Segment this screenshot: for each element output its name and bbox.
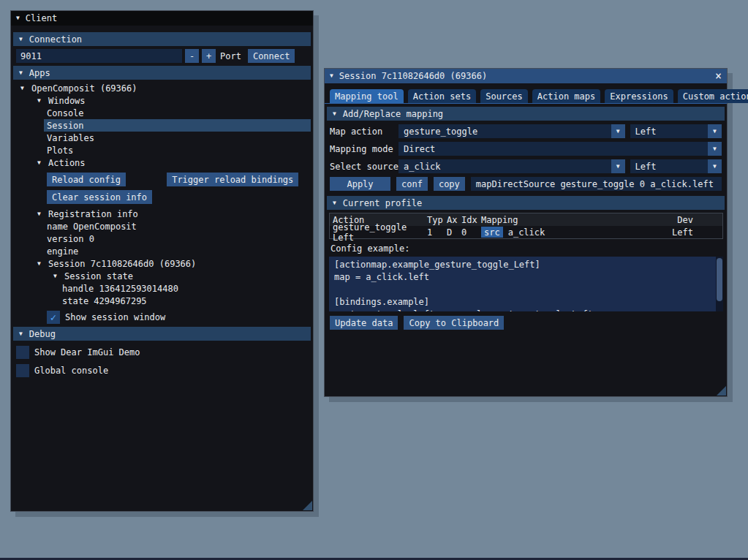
collapse-arrow-icon: ▼: [19, 70, 23, 76]
connection-header[interactable]: ▼ Connection: [13, 32, 311, 46]
tree-item-reg-name: name OpenComposit: [11, 220, 313, 232]
clear-session-info-button[interactable]: Clear session info: [47, 190, 152, 204]
mapping-mode-label: Mapping mode: [330, 144, 398, 154]
tree-expand-icon[interactable]: ▼: [37, 211, 48, 217]
port-increment-button[interactable]: +: [202, 49, 216, 63]
map-action-label: Map action: [330, 126, 398, 137]
tab-custom-actions[interactable]: Custom actions: [678, 89, 748, 103]
show-session-window-label: Show session window: [65, 312, 165, 322]
apply-row: Apply conf copy mapDirectSource gesture_…: [330, 177, 722, 191]
show-imgui-demo-label: Show Dear ImGui Demo: [34, 347, 140, 357]
tree-node-actions[interactable]: ▼ Actions: [11, 156, 313, 169]
column-mapping: Mapping: [481, 215, 643, 225]
tab-action-sets[interactable]: Action sets: [408, 89, 476, 103]
registration-version-value: version 0: [47, 234, 94, 244]
debug-header[interactable]: ▼ Debug: [13, 327, 311, 341]
tree-node-session[interactable]: ▼ Session 7c11082646d0 (69366): [11, 257, 313, 270]
collapse-arrow-icon: ▼: [19, 331, 23, 337]
column-dev: Dev: [643, 215, 722, 225]
global-console-checkbox[interactable]: [16, 364, 29, 377]
chevron-down-icon: ▼: [713, 146, 717, 152]
window-resize-grip[interactable]: [717, 386, 726, 396]
current-profile-header[interactable]: ▼ Current profile: [327, 196, 725, 210]
current-profile-label: Current profile: [343, 198, 422, 208]
chevron-down-icon: ▼: [616, 164, 620, 170]
src-button[interactable]: src: [481, 227, 503, 238]
command-preview-field[interactable]: mapDirectSource gesture_toggle 0 a_click…: [471, 177, 722, 191]
tree-node-windows[interactable]: ▼ Windows: [11, 94, 313, 107]
client-window-titlebar[interactable]: ▼ Client: [11, 11, 313, 26]
chevron-down-icon: ▼: [616, 129, 620, 135]
mapping-mode-combo[interactable]: Direct ▼: [398, 142, 722, 156]
select-source-combo[interactable]: a_click ▼: [398, 159, 625, 173]
apply-button[interactable]: Apply: [330, 177, 390, 191]
tree-item-console[interactable]: Console: [11, 107, 313, 119]
tree-item-reg-engine: engine: [11, 245, 313, 257]
tree-node-session-state[interactable]: ▼ Session state: [11, 270, 313, 282]
tree-item-handle: handle 136412593014480: [11, 282, 313, 295]
connect-button[interactable]: Connect: [248, 49, 295, 63]
window-resize-grip[interactable]: [303, 501, 312, 510]
apps-header[interactable]: ▼ Apps: [13, 66, 311, 80]
tree-node-label: Session 7c11082646d0 (69366): [48, 259, 196, 269]
trigger-reload-bindings-button[interactable]: Trigger reload bindings: [167, 173, 298, 186]
cell-mapping: src a_click: [481, 227, 643, 238]
update-data-button[interactable]: Update data: [330, 316, 398, 330]
tab-expressions[interactable]: Expressions: [605, 89, 673, 103]
show-session-window-row: ✓ Show session window: [47, 310, 313, 324]
copy-to-clipboard-button[interactable]: Copy to Clipboard: [404, 316, 504, 330]
collapse-arrow-icon: ▼: [333, 200, 336, 206]
port-input[interactable]: [16, 49, 182, 63]
global-console-label: Global console: [34, 366, 108, 376]
select-source-label: Select source: [330, 162, 398, 172]
map-action-combo[interactable]: gesture_toggle ▼: [398, 124, 625, 138]
config-example-textarea[interactable]: [actionmap.example_gesture_toggle_Left] …: [329, 257, 723, 311]
reload-config-button[interactable]: Reload config: [47, 173, 126, 186]
config-scrollbar[interactable]: [716, 257, 723, 311]
collapse-arrow-icon[interactable]: ▼: [16, 15, 20, 21]
show-imgui-demo-row: Show Dear ImGui Demo: [16, 345, 313, 359]
cell-action: gesture_toggle Left: [330, 222, 427, 243]
cell-typ: 1: [427, 227, 447, 238]
select-source-row: Select source a_click ▼ Left ▼: [330, 159, 722, 173]
debug-header-label: Debug: [29, 329, 56, 339]
map-action-row: Map action gesture_toggle ▼ Left ▼: [330, 124, 722, 138]
column-typ: Typ: [427, 215, 447, 225]
client-window: ▼ Client ▼ Connection - + Port Connect ▼…: [10, 10, 314, 512]
tree-item-label: Session: [47, 121, 84, 131]
tree-node-opencomposit[interactable]: ▼ OpenComposit (69366): [11, 82, 313, 94]
show-session-window-checkbox[interactable]: ✓: [47, 311, 60, 324]
port-label: Port: [220, 51, 241, 61]
show-imgui-demo-checkbox[interactable]: [16, 346, 29, 359]
tab-action-maps[interactable]: Action maps: [532, 89, 600, 103]
port-decrement-button[interactable]: -: [185, 49, 199, 63]
registration-engine-value: engine: [47, 246, 78, 257]
close-icon[interactable]: ×: [715, 71, 722, 82]
tree-item-session-selected[interactable]: Session: [11, 119, 313, 132]
tree-item-plots[interactable]: Plots: [11, 144, 313, 156]
tab-mapping-tool[interactable]: Mapping tool: [330, 89, 404, 103]
mapping-mode-row: Mapping mode Direct ▼: [330, 142, 722, 156]
map-action-side-value: Left: [635, 126, 657, 137]
session-window-titlebar[interactable]: ▼ Session 7c11082646d0 (69366) ×: [325, 69, 727, 83]
add-replace-mapping-header[interactable]: ▼ Add/Replace mapping: [327, 107, 725, 121]
map-action-side-combo[interactable]: Left ▼: [630, 124, 722, 138]
select-source-side-combo[interactable]: Left ▼: [630, 159, 722, 173]
tab-sources[interactable]: Sources: [480, 89, 528, 103]
tree-node-registration-info[interactable]: ▼ Registration info: [11, 208, 313, 220]
copy-button[interactable]: copy: [434, 177, 465, 191]
tree-expand-icon[interactable]: ▼: [37, 261, 48, 267]
tree-expand-icon[interactable]: ▼: [37, 98, 48, 104]
conf-button[interactable]: conf: [396, 177, 428, 191]
tree-item-variables[interactable]: Variables: [11, 132, 313, 144]
column-ax: Ax: [447, 215, 461, 225]
session-window: ▼ Session 7c11082646d0 (69366) × Mapping…: [324, 68, 728, 397]
tree-item-label: Console: [47, 108, 84, 118]
collapse-arrow-icon[interactable]: ▼: [330, 73, 333, 79]
tree-expand-icon[interactable]: ▼: [53, 273, 64, 279]
tree-expand-icon[interactable]: ▼: [20, 86, 31, 91]
profile-table: Action Typ Ax Idx Mapping Dev gesture_to…: [329, 213, 723, 239]
config-example-text: [actionmap.example_gesture_toggle_Left] …: [334, 259, 713, 311]
tree-expand-icon[interactable]: ▼: [37, 160, 48, 166]
config-scrollbar-thumb[interactable]: [717, 258, 722, 301]
